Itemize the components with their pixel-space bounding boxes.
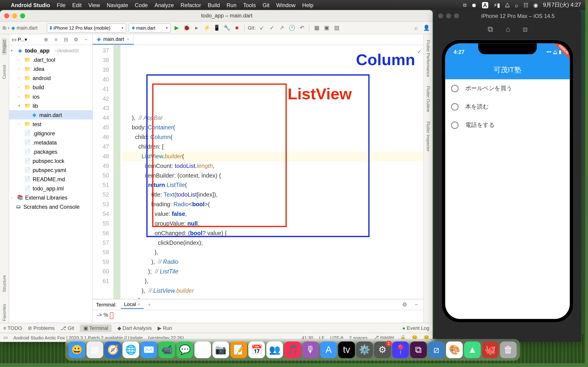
dock-app[interactable]: 🌐 [122,342,139,358]
terminal-input[interactable]: -> % [93,310,424,323]
tool-event-log[interactable]: ● Event Log [402,325,429,331]
spotlight-icon[interactable]: ⌕ [515,2,519,8]
menu-help[interactable]: Help [302,2,313,8]
dock-app[interactable]: ⚙1 [374,342,391,358]
dock-app[interactable]: 💬 [176,342,193,358]
sim-minimize-button[interactable] [446,13,451,18]
project-view-selector[interactable]: ▭ P...▾ [12,36,27,42]
device-selector[interactable]: ▮ iPhone 12 Pro Max (mobile) [47,23,126,32]
tab-favorites[interactable]: Favorites [2,302,7,323]
terminal-tab-local[interactable]: Local × [121,300,144,309]
menu-analyze[interactable]: Analyze [155,2,174,8]
tree-item[interactable]: ›📁test [9,119,92,129]
control-center-icon[interactable]: ☷ [523,2,528,8]
home-icon[interactable]: ⌂ [506,25,510,33]
dock-app[interactable]: 🐙 [482,342,499,358]
git-history-button[interactable]: 🕐 [288,24,296,32]
macos-dock[interactable]: 😀▦🧭🌐✉️📹💬🗺📷📝📅👥🎵🎙Atv⚙️⚙1📍⧉⧄🎨▲🐙🗑 [65,339,520,361]
list-item[interactable]: 電話をする [445,116,570,134]
tab-flutter-performance[interactable]: Flutter Performance [426,38,431,78]
git-revert-button[interactable]: ↶ [298,24,306,32]
tree-item[interactable]: ›📁.idea [9,64,92,73]
zoom-button[interactable] [20,13,25,18]
menu-run[interactable]: Run [226,2,236,8]
stop-button[interactable]: ■ [233,24,241,32]
hot-reload-button[interactable]: ⚡ [203,24,211,32]
menu-view[interactable]: View [88,2,100,8]
settings-icon[interactable]: ⚙ [72,36,80,43]
project-tree[interactable]: ▾◆todo_app ~/AndroidSt ›📁.dart_tool›📁.id… [9,45,92,323]
sim-close-button[interactable] [438,13,443,18]
tree-item[interactable]: 📄todo_app.iml [9,184,92,193]
tree-item[interactable]: 📄.gitignore [9,129,92,138]
tree-item[interactable]: 📄.metadata [9,138,92,147]
dropbox-icon[interactable]: ⧈ [463,2,467,8]
radio-icon[interactable] [451,103,459,111]
tab-flutter-outline[interactable]: Flutter Outline [426,84,431,114]
tree-item[interactable]: ›📁ios [9,92,92,101]
dock-app[interactable]: 🧭 [104,342,121,358]
tree-item[interactable]: 📄pubspec.yaml [9,165,92,175]
tool-dart-analysis[interactable]: ◆ Dart Analysis [117,325,152,331]
dock-app[interactable]: ✉️ [141,342,157,358]
avd-button[interactable]: ▦ [313,24,320,32]
dock-app[interactable]: 🎵 [284,342,301,358]
dock-app[interactable]: 🗺 [194,342,211,358]
status-notification-icon[interactable]: ▭ [3,335,8,340]
menu-code[interactable]: Code [135,2,148,8]
terminal-settings-icon[interactable]: ⚙ [401,301,408,308]
dock-app[interactable]: ⧉ [410,342,427,358]
tab-commit[interactable]: Commit [2,63,7,81]
menu-build[interactable]: Build [208,2,220,8]
radio-icon[interactable] [451,85,459,92]
tool-terminal[interactable]: ▣ Terminal [80,324,111,332]
list-item[interactable]: ボールペンを買う [445,79,570,98]
run-config-selector[interactable]: ◆ main.dart [129,23,170,32]
locate-icon[interactable]: ⊕ [42,36,50,43]
close-icon[interactable]: × [127,36,130,42]
app-menu[interactable]: Android Studio [11,2,50,8]
git-commit-button[interactable]: ✓ [268,24,276,32]
tree-item[interactable]: ›📁build [9,83,92,92]
menu-tools[interactable]: Tools [243,2,256,8]
profile-button[interactable]: 👤 [423,24,430,32]
dock-app[interactable]: ▦ [86,342,103,358]
git-pull-button[interactable]: ↙ [258,24,266,32]
dock-app[interactable]: 🎙 [302,342,319,358]
dock-app[interactable]: 📷 [212,342,229,358]
sdk-button[interactable]: ▣ [323,24,330,32]
tree-item[interactable]: ◆main.dart [9,110,92,119]
list-item[interactable]: 本を読む [445,98,570,116]
dock-app[interactable]: 📅 [248,342,265,358]
siri-icon[interactable]: ◉ [533,2,538,8]
tool-todo[interactable]: ≡ TODO [3,325,22,331]
dock-app[interactable]: ⚙️ [356,342,373,358]
input-icon[interactable]: A [482,2,488,8]
breadcrumb[interactable]: ib › ◆ main.dart [2,25,37,31]
hide-icon[interactable]: − [82,36,90,43]
rotate-icon[interactable]: ⧈ [523,25,527,33]
radio-icon[interactable] [451,122,459,129]
menu-navigate[interactable]: Navigate [107,2,128,8]
sim-zoom-button[interactable] [454,13,459,18]
tree-item[interactable]: ›📁android [9,73,92,83]
editor-tab-main[interactable]: ◆main.dart × [93,34,134,45]
dock-app[interactable]: 📹 [158,342,175,358]
screenshot-icon[interactable]: ⧉ [488,25,493,33]
battery-icon[interactable]: ⚡︎▮ [493,2,500,8]
dock-app[interactable]: ⧄ [428,342,445,358]
attach-button[interactable]: 📱 [213,24,221,32]
coverage-button[interactable]: ▸ [193,24,200,32]
devtools-button[interactable]: 🔧 [223,24,231,32]
tab-flutter-inspector[interactable]: Flutter Inspector [426,120,431,153]
dock-app[interactable]: A [320,342,337,358]
tree-item[interactable]: 📄.packages [9,147,92,156]
dock-app[interactable]: 📍 [392,342,409,358]
tab-structure[interactable]: Structure [2,274,7,294]
dock-app[interactable]: 🎨 [446,342,463,358]
record-icon[interactable]: ⏺ [471,2,477,8]
tree-item[interactable]: 📄README.md [9,175,92,184]
menu-window[interactable]: Window [276,2,296,8]
dock-app[interactable]: 📝 [230,342,247,358]
tool-run[interactable]: ▶ Run [157,325,172,331]
